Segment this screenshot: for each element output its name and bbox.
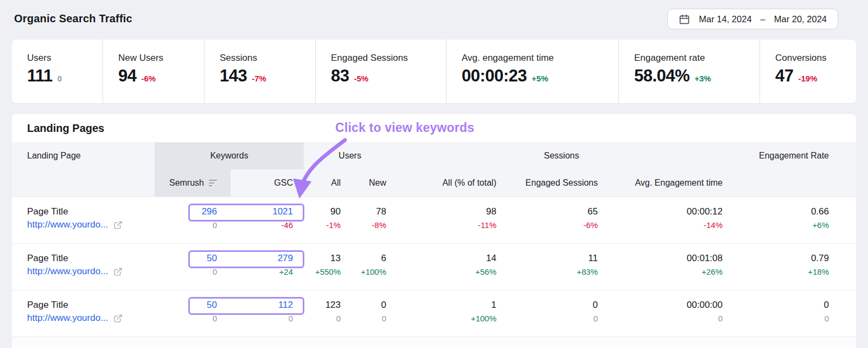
users-new-delta: -8% bbox=[347, 219, 386, 231]
column-header-sessions-all-pct: All (% of total) bbox=[396, 169, 502, 197]
gsc-keywords-link[interactable]: 279 bbox=[231, 251, 293, 265]
external-link-icon[interactable] bbox=[113, 314, 123, 323]
engagement-rate-value: 0 bbox=[727, 298, 829, 312]
users-all-delta: +550% bbox=[304, 265, 341, 277]
gsc-keywords-link[interactable]: 112 bbox=[231, 298, 293, 312]
users-new-delta: 0 bbox=[347, 312, 386, 324]
users-all-value: 13 bbox=[304, 251, 341, 265]
external-link-icon[interactable] bbox=[113, 267, 123, 276]
engaged-sessions-value: 65 bbox=[502, 205, 598, 219]
gsc-keywords-delta: +24 bbox=[231, 265, 293, 277]
semrush-keywords-cell: 50 0 bbox=[155, 290, 231, 337]
gsc-keywords-link[interactable]: 1021 bbox=[231, 205, 293, 219]
users-all-cell: 13 +550% bbox=[304, 244, 347, 290]
gsc-keywords-cell: 112 0 bbox=[231, 290, 304, 337]
avg-engagement-time-delta: -14% bbox=[602, 219, 723, 231]
sessions-all-delta: +56% bbox=[396, 265, 496, 277]
sort-icon[interactable] bbox=[209, 180, 217, 186]
avg-engagement-time-delta: +26% bbox=[602, 265, 723, 277]
stat-delta: 0 bbox=[58, 74, 62, 83]
sessions-all-delta: -11% bbox=[396, 219, 496, 231]
users-all-cell: 90 -1% bbox=[304, 197, 347, 243]
stats-summary-card: Users 111 0 New Users 94 -6% Sessions 14… bbox=[12, 40, 856, 103]
date-range-start: Mar 14, 2024 bbox=[699, 14, 751, 24]
table-bottom-divider bbox=[12, 337, 856, 348]
semrush-keywords-link[interactable]: 296 bbox=[155, 205, 217, 219]
semrush-keywords-cell: 296 0 bbox=[155, 197, 231, 243]
users-all-value: 90 bbox=[304, 205, 341, 219]
stat-label: Users bbox=[27, 53, 103, 64]
sessions-all-value: 1 bbox=[396, 298, 496, 312]
users-new-value: 78 bbox=[347, 205, 386, 219]
users-all-delta: 0 bbox=[304, 312, 341, 324]
date-range-end: Mar 20, 2024 bbox=[774, 14, 827, 24]
gsc-keywords-cell: 1021 -46 bbox=[231, 197, 304, 243]
sessions-all-delta: +100% bbox=[396, 312, 496, 324]
page-title-text: Page Title bbox=[27, 205, 155, 219]
engagement-rate-cell: 0 0 bbox=[727, 290, 856, 337]
stat-delta: +3% bbox=[694, 74, 711, 83]
stat-users: Users 111 0 bbox=[12, 40, 103, 103]
stat-label: Engaged Sessions bbox=[331, 53, 446, 64]
external-link-icon[interactable] bbox=[113, 220, 123, 230]
top-header: Organic Search Traffic Mar 14, 2024 – Ma… bbox=[0, 0, 868, 35]
engaged-sessions-value: 11 bbox=[502, 251, 598, 265]
users-new-cell: 78 -8% bbox=[347, 197, 396, 243]
engagement-rate-cell: 0.79 +18% bbox=[727, 244, 856, 290]
sessions-all-cell: 1 +100% bbox=[396, 290, 502, 337]
engagement-rate-delta: 0 bbox=[727, 312, 829, 324]
stat-value: 111 bbox=[27, 66, 53, 86]
stat-new-users: New Users 94 -6% bbox=[103, 40, 204, 103]
avg-engagement-time-cell: 00:00:12 -14% bbox=[602, 197, 727, 243]
column-header-engagement-rate: Engagement Rate bbox=[727, 142, 856, 169]
avg-engagement-time-cell: 00:01:08 +26% bbox=[602, 244, 727, 290]
stat-value: 94 bbox=[118, 66, 136, 86]
table-row: Page Title http://www.yourdo... 50 0 279… bbox=[12, 243, 856, 290]
gsc-keywords-cell: 279 +24 bbox=[231, 244, 304, 290]
column-group-keywords: Keywords bbox=[155, 142, 304, 169]
column-header-semrush[interactable]: Semrush bbox=[155, 169, 231, 197]
engaged-sessions-delta: 0 bbox=[502, 312, 598, 324]
stat-label: New Users bbox=[118, 53, 204, 64]
engagement-rate-cell: 0.66 +6% bbox=[727, 197, 856, 243]
date-range-picker[interactable]: Mar 14, 2024 – Mar 20, 2024 bbox=[667, 9, 838, 29]
stat-value: 143 bbox=[220, 66, 247, 86]
date-range-separator: – bbox=[761, 14, 765, 24]
stat-engagement-rate: Engagement rate 58.04% +3% bbox=[618, 40, 760, 103]
column-header-engaged-sessions: Engaged Sessions bbox=[502, 169, 602, 197]
gsc-keywords-delta: 0 bbox=[231, 312, 293, 324]
sessions-all-value: 14 bbox=[396, 251, 496, 265]
table-row: Page Title http://www.yourdo... 50 0 112… bbox=[12, 290, 856, 337]
gsc-keywords-delta: -46 bbox=[231, 219, 293, 231]
users-new-cell: 6 +100% bbox=[347, 244, 396, 290]
semrush-keywords-delta: 0 bbox=[155, 265, 217, 277]
stat-engaged-sessions: Engaged Sessions 83 -5% bbox=[315, 40, 446, 103]
stat-value: 83 bbox=[331, 66, 349, 86]
landing-page-cell: Page Title http://www.yourdo... bbox=[12, 290, 155, 337]
sessions-all-cell: 98 -11% bbox=[396, 197, 502, 243]
semrush-keywords-link[interactable]: 50 bbox=[155, 251, 217, 265]
page-url-link[interactable]: http://www.yourdo... bbox=[27, 312, 108, 325]
page-url-link[interactable]: http://www.yourdo... bbox=[27, 265, 108, 278]
page-url-link[interactable]: http://www.yourdo... bbox=[27, 218, 108, 231]
engaged-sessions-cell: 65 -6% bbox=[502, 197, 602, 243]
users-new-delta: +100% bbox=[347, 265, 386, 277]
stat-value: 47 bbox=[775, 66, 793, 86]
avg-engagement-time-value: 00:01:08 bbox=[602, 251, 723, 265]
column-header-avg-engagement-time: Avg. Engagement time bbox=[602, 169, 727, 197]
page-title-text: Page Title bbox=[27, 251, 155, 265]
stat-label: Conversions bbox=[775, 53, 856, 64]
engaged-sessions-delta: +83% bbox=[502, 265, 598, 277]
engagement-rate-value: 0.79 bbox=[727, 251, 829, 265]
engaged-sessions-value: 0 bbox=[502, 298, 598, 312]
stat-delta: -19% bbox=[798, 74, 817, 83]
engaged-sessions-cell: 11 +83% bbox=[502, 244, 602, 290]
avg-engagement-time-value: 00:00:12 bbox=[602, 205, 723, 219]
engaged-sessions-delta: -6% bbox=[502, 219, 598, 231]
landing-pages-card: Landing Pages Landing Page Keywords User… bbox=[12, 114, 856, 348]
column-header-landing-page: Landing Page bbox=[12, 142, 155, 169]
semrush-keywords-link[interactable]: 50 bbox=[155, 298, 217, 312]
annotation-click-to-view-keywords: Click to view keywords bbox=[335, 121, 474, 135]
organic-search-traffic-page: { "header": { "title": "Organic Search T… bbox=[0, 0, 868, 348]
column-group-users: Users bbox=[304, 142, 396, 169]
